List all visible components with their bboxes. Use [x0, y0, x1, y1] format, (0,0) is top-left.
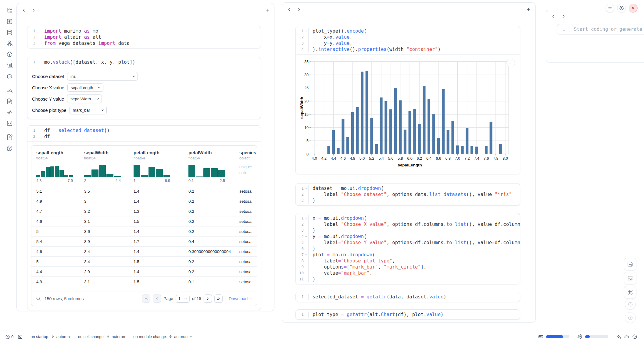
- table-row[interactable]: 53.41.50.2setosa: [31, 256, 257, 266]
- code-editor-imports[interactable]: 1import marimo as mo2import altair as al…: [27, 26, 261, 48]
- fold-chevron-icon[interactable]: [304, 252, 308, 256]
- choose-dataset-select[interactable]: iris: [67, 72, 138, 80]
- sidebar-item-dependency-graph[interactable]: [5, 40, 14, 47]
- save-button[interactable]: [624, 258, 636, 270]
- play-icon: [628, 315, 633, 320]
- column-scroll-left-button[interactable]: [21, 7, 27, 13]
- page-label: Page: [163, 296, 173, 301]
- table-row[interactable]: 4.931.40.2setosa: [31, 196, 257, 206]
- pulse-icon: [6, 109, 13, 116]
- code-editor-dataset[interactable]: 1dataset = mo.ui.dropdown(2 label="Choos…: [296, 183, 520, 205]
- code-editor-dataframe[interactable]: 1df = selected_dataset()2df: [27, 126, 261, 142]
- generate-with-ai-link[interactable]: generate: [619, 27, 642, 32]
- altair-bar-chart[interactable]: 4.04.24.44.64.85.05.25.45.65.86.06.26.46…: [298, 57, 518, 170]
- column-histogram[interactable]: [134, 164, 170, 177]
- column-scroll-left-button[interactable]: [550, 13, 556, 19]
- column-scroll-right-button[interactable]: [561, 13, 566, 19]
- sidebar-item-help[interactable]: [5, 144, 14, 152]
- ai-assist-button[interactable]: [616, 334, 621, 339]
- code-editor-plot[interactable]: 1plot_type().encode(2 x=x.value,3 y=y.va…: [296, 26, 520, 55]
- code-editor-selected-dataset[interactable]: 1selected_dataset = getattr(data, datase…: [296, 292, 520, 302]
- layout-button[interactable]: [624, 272, 636, 284]
- sidebar-item-variables[interactable]: [5, 18, 14, 25]
- keyboard-shortcuts-button[interactable]: [624, 286, 636, 298]
- runtime-on-cell-change[interactable]: on cell change:autorun: [74, 334, 129, 339]
- table-row[interactable]: 4.63.41.40.30000000000000004setosa: [31, 246, 257, 256]
- sidebar-item-file-explorer[interactable]: [5, 7, 14, 14]
- fold-chevron-icon[interactable]: [304, 28, 308, 33]
- table-row[interactable]: 5.43.91.70.4setosa: [31, 236, 257, 246]
- svg-text:6.8: 6.8: [445, 156, 451, 161]
- choose-dataset-select-input[interactable]: iris: [67, 72, 138, 80]
- code-editor-vstack[interactable]: 1mo.vstack([dataset, x, y, plot]): [27, 57, 261, 67]
- choose-x-value-select-input[interactable]: sepalLength: [67, 83, 103, 92]
- sidebar-item-logs[interactable]: [5, 62, 14, 69]
- line-number: 10: [296, 270, 304, 276]
- sidebar-item-documentation[interactable]: [5, 98, 14, 105]
- choose-y-value-select-input[interactable]: sepalWidth: [67, 94, 102, 103]
- choose-y-value-select[interactable]: sepalWidth: [67, 94, 102, 103]
- svg-text:25: 25: [304, 86, 309, 90]
- next-page-button[interactable]: [204, 294, 212, 303]
- table-row[interactable]: 5.13.51.40.2setosa: [31, 186, 257, 196]
- terminal-icon: [18, 334, 23, 339]
- stop-button[interactable]: [625, 299, 636, 310]
- fold-chevron-icon[interactable]: [304, 233, 308, 238]
- bar-chart-svg[interactable]: 4.04.24.44.64.85.05.25.45.65.86.06.26.46…: [298, 57, 517, 170]
- sidebar-item-snippets[interactable]: [5, 119, 14, 127]
- choose-plot-type-select[interactable]: mark_bar: [70, 106, 107, 114]
- fold-chevron-icon[interactable]: [304, 185, 308, 190]
- prev-page-button[interactable]: [153, 294, 161, 303]
- run-controls: [625, 299, 636, 323]
- column-histogram[interactable]: [188, 164, 225, 177]
- table-row[interactable]: 53.61.40.2setosa: [31, 226, 257, 236]
- run-button[interactable]: [625, 312, 636, 323]
- sidebar-item-packages[interactable]: [5, 51, 14, 58]
- column-scroll-left-button[interactable]: [286, 7, 292, 12]
- first-page-button[interactable]: [142, 294, 150, 303]
- terminal-button[interactable]: [16, 334, 25, 339]
- column-scroll-right-button[interactable]: [31, 7, 36, 13]
- column-histogram[interactable]: [84, 164, 121, 177]
- add-cell-button[interactable]: [526, 7, 531, 12]
- line-number: 3: [27, 40, 35, 46]
- search-icon[interactable]: [36, 296, 41, 301]
- empty-code-editor[interactable]: 1 Start coding or generate with AI.: [557, 24, 644, 34]
- notebook-menu-button[interactable]: [606, 4, 614, 12]
- table-row[interactable]: 4.42.91.40.2setosa: [31, 266, 257, 276]
- errors-indicator[interactable]: 0: [3, 334, 16, 339]
- runtime-on-startup[interactable]: on startup:autorun: [27, 334, 74, 339]
- code-editor-xyplot[interactable]: 1x = mo.ui.dropdown(2 label="Choose X va…: [296, 213, 520, 284]
- connection-status-button[interactable]: [632, 334, 637, 339]
- table-row[interactable]: 4.73.21.30.2setosa: [31, 206, 257, 216]
- copilot-button[interactable]: [624, 334, 629, 339]
- table-row[interactable]: 4.93.11.50.1setosa: [31, 276, 257, 287]
- shutdown-button[interactable]: [629, 4, 638, 12]
- add-cell-button[interactable]: [264, 7, 270, 13]
- fold-chevron-icon[interactable]: [304, 215, 308, 220]
- chart-actions-button[interactable]: [506, 59, 515, 67]
- page-select-input[interactable]: 1: [176, 295, 190, 303]
- sidebar-item-tracebacks[interactable]: [5, 87, 14, 94]
- editor-placeholder: Start coding or generate with AI.: [570, 26, 644, 32]
- cell-plot-type: 1plot_type = getattr(alt.Chart(df), plot…: [295, 309, 520, 320]
- sidebar-item-cell-outline[interactable]: [5, 109, 14, 116]
- sidebar-item-data-sources[interactable]: [5, 29, 14, 36]
- page-select[interactable]: 1: [176, 295, 190, 303]
- svg-text:7.8: 7.8: [493, 156, 498, 161]
- column-histogram[interactable]: [36, 164, 73, 177]
- sidebar-item-scratchpad[interactable]: [5, 134, 14, 141]
- status-right: [538, 334, 637, 339]
- dropdown-label: Choose dataset: [32, 74, 64, 79]
- table-row[interactable]: 4.63.11.50.2setosa: [31, 216, 257, 226]
- sidebar-item-ai-chat[interactable]: [5, 73, 14, 80]
- last-page-button[interactable]: [214, 294, 223, 303]
- runtime-on-module-change[interactable]: on module change:autorun: [129, 334, 197, 339]
- download-button[interactable]: Download: [229, 296, 252, 301]
- control-row: Choose datasetiris: [32, 72, 261, 81]
- settings-button[interactable]: [617, 4, 626, 12]
- choose-plot-type-select-input[interactable]: mark_bar: [70, 106, 107, 114]
- column-scroll-right-button[interactable]: [296, 7, 302, 12]
- code-editor-plot-type[interactable]: 1plot_type = getattr(alt.Chart(df), plot…: [296, 310, 520, 319]
- choose-x-value-select[interactable]: sepalLength: [67, 83, 103, 92]
